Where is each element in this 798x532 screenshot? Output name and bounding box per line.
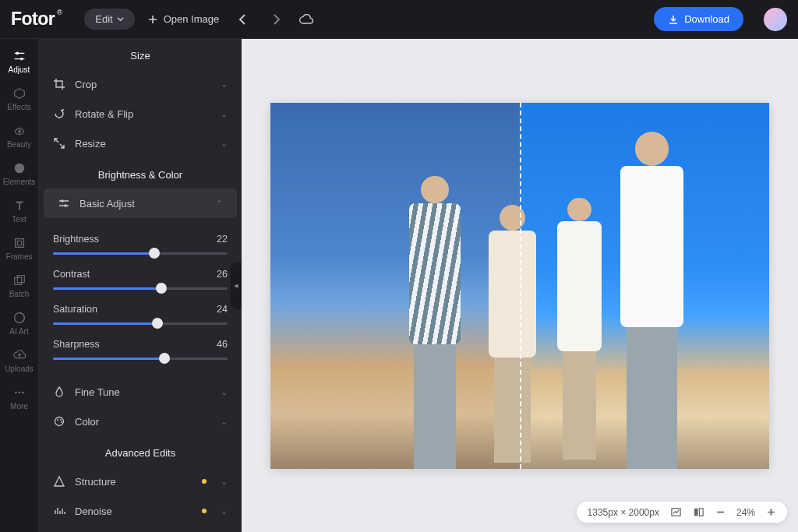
slider-contrast[interactable]: Contrast26 xyxy=(53,269,228,290)
sidebar-label: More xyxy=(10,402,28,410)
slider-label: Brightness xyxy=(53,234,99,245)
rotate-icon xyxy=(53,107,65,120)
resize-icon xyxy=(53,137,65,150)
zoom-out-icon[interactable] xyxy=(715,507,726,517)
slider-label: Contrast xyxy=(53,269,90,280)
row-label: Crop xyxy=(75,79,211,90)
svg-rect-7 xyxy=(14,277,21,284)
sidebar-label: Effects xyxy=(7,103,30,111)
row-denoise[interactable]: Denoise ⌄ xyxy=(39,496,242,526)
left-sidebar: Adjust Effects Beauty Elements Text Fram… xyxy=(0,39,39,532)
image-canvas[interactable] xyxy=(270,103,769,469)
compare-icon[interactable] xyxy=(693,506,704,518)
row-label: Color xyxy=(75,416,211,428)
image-dimensions: 1335px × 2000px xyxy=(588,507,659,518)
plus-icon xyxy=(147,14,158,25)
slider-value: 22 xyxy=(217,234,228,245)
status-bar: 1335px × 2000px 24% xyxy=(577,502,787,523)
sidebar-label: Text xyxy=(12,215,26,224)
basic-adjust-sliders: Brightness22 Contrast26 Saturation24 Sha… xyxy=(39,218,242,377)
logo: Fotor xyxy=(11,9,55,30)
chevron-up-icon: ⌃ xyxy=(216,199,223,209)
open-image-button[interactable]: Open Image xyxy=(147,13,220,25)
download-label: Download xyxy=(684,13,729,25)
slider-label: Saturation xyxy=(53,304,97,315)
forward-arrow-icon[interactable] xyxy=(269,12,283,26)
sidebar-item-frames[interactable]: Frames xyxy=(1,231,38,266)
svg-point-1 xyxy=(19,58,23,61)
sidebar-item-adjust[interactable]: Adjust xyxy=(1,44,38,79)
slider-saturation[interactable]: Saturation24 xyxy=(53,304,228,325)
sidebar-item-beauty[interactable]: Beauty xyxy=(1,118,38,154)
crop-icon xyxy=(53,78,65,90)
sidebar-label: AI Art xyxy=(9,327,28,336)
download-icon xyxy=(668,14,679,25)
zoom-in-icon[interactable] xyxy=(766,507,776,517)
nav-arrows xyxy=(236,12,283,26)
slider-sharpness[interactable]: Sharpness46 xyxy=(53,339,228,360)
svg-point-3 xyxy=(18,130,21,133)
edit-dropdown[interactable]: Edit xyxy=(84,9,134,30)
sidebar-item-uploads[interactable]: Uploads xyxy=(1,343,38,379)
color-icon xyxy=(53,415,65,428)
svg-rect-5 xyxy=(15,239,23,248)
sidebar-item-effects[interactable]: Effects xyxy=(1,81,38,117)
download-button[interactable]: Download xyxy=(654,7,743,31)
row-structure[interactable]: Structure ⌄ xyxy=(39,467,242,496)
adjust-panel: Size Crop ⌄ Rotate & Flip ⌄ Resize ⌄ Bri… xyxy=(39,39,242,532)
svg-point-11 xyxy=(18,392,20,394)
slider-label: Sharpness xyxy=(53,339,100,350)
svg-rect-20 xyxy=(694,509,698,516)
svg-point-17 xyxy=(60,419,62,421)
section-title-size: Size xyxy=(39,39,242,69)
sidebar-item-aiart[interactable]: AI Art xyxy=(1,305,38,341)
slider-value: 24 xyxy=(217,304,228,315)
row-label: Denoise xyxy=(75,506,192,517)
open-image-label: Open Image xyxy=(164,13,220,25)
chevron-down-icon: ⌄ xyxy=(221,506,228,516)
row-resize[interactable]: Resize ⌄ xyxy=(39,129,242,158)
back-arrow-icon[interactable] xyxy=(236,12,250,26)
sidebar-item-text[interactable]: Text xyxy=(1,193,38,229)
row-basic-adjust[interactable]: Basic Adjust ⌃ xyxy=(44,188,237,218)
chevron-down-icon: ⌄ xyxy=(221,139,228,149)
svg-rect-8 xyxy=(17,276,24,283)
row-label: Rotate & Flip xyxy=(75,108,211,120)
slider-thumb[interactable] xyxy=(156,283,167,294)
svg-point-13 xyxy=(61,199,64,203)
row-label: Structure xyxy=(75,476,192,488)
header-bar: Fotor Edit Open Image Download xyxy=(0,0,798,39)
slider-brightness[interactable]: Brightness22 xyxy=(53,234,228,255)
slider-thumb[interactable] xyxy=(152,318,163,329)
section-title-bc: Brightness & Color xyxy=(39,158,242,188)
slider-value: 46 xyxy=(217,339,228,350)
svg-point-14 xyxy=(64,204,67,207)
fit-icon[interactable] xyxy=(670,506,682,518)
row-color[interactable]: Color ⌄ xyxy=(39,407,242,436)
chevron-down-icon: ⌄ xyxy=(221,109,228,119)
svg-point-15 xyxy=(55,417,64,426)
svg-point-0 xyxy=(16,52,19,55)
section-title-adv: Advanced Edits xyxy=(39,436,242,467)
compare-divider[interactable] xyxy=(520,103,521,469)
sidebar-label: Adjust xyxy=(9,65,30,74)
sidebar-item-batch[interactable]: Batch xyxy=(1,268,38,304)
collapse-panel-button[interactable]: ◂ xyxy=(231,262,242,309)
sidebar-item-elements[interactable]: Elements xyxy=(1,156,38,192)
slider-thumb[interactable] xyxy=(159,353,170,364)
sidebar-item-more[interactable]: More xyxy=(1,380,38,416)
premium-dot-icon xyxy=(202,509,207,513)
svg-point-16 xyxy=(57,419,58,421)
sliders-icon xyxy=(58,197,70,210)
droplet-icon xyxy=(53,386,65,398)
avatar[interactable] xyxy=(764,8,787,31)
slider-thumb[interactable] xyxy=(149,248,160,259)
row-fine-tune[interactable]: Fine Tune ⌄ xyxy=(39,377,242,407)
row-label: Basic Adjust xyxy=(79,198,207,210)
sidebar-label: Frames xyxy=(6,252,33,261)
chevron-down-icon: ⌄ xyxy=(221,387,228,397)
row-crop[interactable]: Crop ⌄ xyxy=(39,69,242,99)
cloud-icon[interactable] xyxy=(298,12,314,27)
row-label: Resize xyxy=(75,138,211,150)
row-rotate-flip[interactable]: Rotate & Flip ⌄ xyxy=(39,99,242,129)
